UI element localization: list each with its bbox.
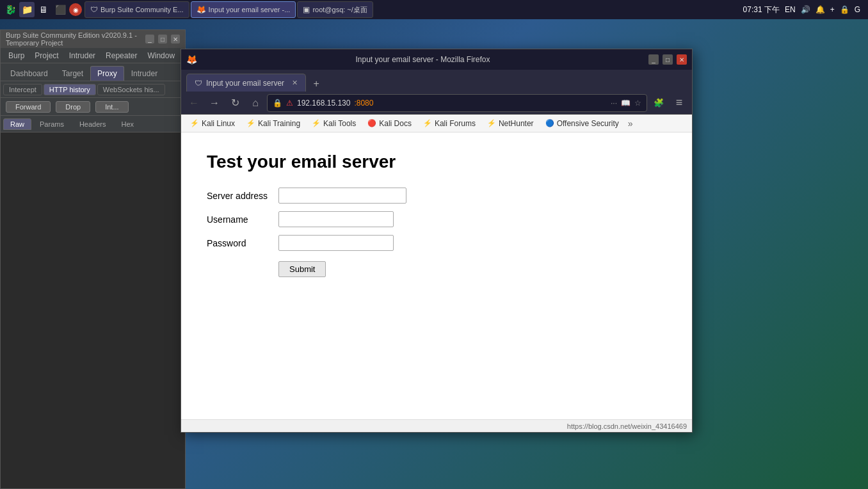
notification-icon[interactable]: 🔔 [816,5,825,14]
kali-menu-icon[interactable]: 🐉 [3,2,18,17]
content-tab-raw[interactable]: Raw [3,118,31,130]
server-address-row: Server address [207,188,666,204]
menu-burp[interactable]: Burp [3,50,29,61]
bookmark-kali-forums-label: Kali Forums [435,119,476,128]
burp-icon: 🛡 [90,5,98,14]
burp-maximize-btn[interactable]: □ [158,35,167,44]
extensions-button[interactable]: 🧩 [650,94,668,112]
firefox-navbar: ← → ↻ ⌂ 🔒 ⚠ 192.168.15.130:8080 ··· 📖 ☆ … [181,92,692,115]
bookmark-offensive-security-label: Offensive Security [557,119,619,128]
terminal-app-label: root@gsq: ~/桌面 [312,5,367,15]
taskbar-app-terminal[interactable]: ▣ root@gsq: ~/桌面 [297,1,373,18]
tab-dashboard[interactable]: Dashboard [3,66,55,81]
firefox-minimize-btn[interactable]: _ [648,54,659,65]
tab-intruder[interactable]: Intruder [124,66,165,81]
content-tab-headers[interactable]: Headers [72,118,113,130]
content-tab-hex[interactable]: Hex [115,118,141,130]
content-tab-params[interactable]: Params [33,118,71,130]
drop-button[interactable]: Drop [56,101,90,113]
burp-title: Burp Suite Community Edition v2020.9.1 -… [6,31,145,47]
burp-window: Burp Suite Community Edition v2020.9.1 -… [0,29,186,489]
nethunter-icon: ⚡ [487,119,496,127]
server-address-input[interactable] [278,188,406,204]
tab-close-icon[interactable]: ✕ [292,79,298,87]
intercept-button[interactable]: Int... [95,101,128,113]
username-input[interactable] [278,211,394,227]
volume-icon[interactable]: 🔊 [801,5,810,14]
firefox-tabs: 🛡 Input your email server ✕ + [181,70,692,92]
menu-window[interactable]: Window [142,50,180,61]
taskbar-app-burp[interactable]: 🛡 Burp Suite Community E... [84,1,189,18]
bookmark-kali-docs[interactable]: 🔴 Kali Docs [362,118,417,129]
subtab-intercept[interactable]: Intercept [3,84,42,95]
bookmark-star-icon[interactable]: ☆ [634,99,641,108]
bookmark-kali-training-label: Kali Training [258,119,300,128]
firefox-window-controls: _ □ ✕ [648,54,687,65]
burp-content-tabs: Raw Params Headers Hex [1,116,185,132]
menu-intruder[interactable]: Intruder [64,50,100,61]
kali-tools-icon: ⚡ [312,119,321,127]
bookmark-nethunter[interactable]: ⚡ NetHunter [482,118,539,129]
kali-forums-icon: ⚡ [423,119,432,127]
subtab-websockets[interactable]: WebSockets his... [97,84,165,95]
kali-training-icon: ⚡ [246,119,255,127]
burp-minimize-btn[interactable]: _ [145,35,154,44]
menu-repeater[interactable]: Repeater [100,50,142,61]
forward-nav-button[interactable]: → [205,94,223,112]
statusbar-url: https://blog.csdn.net/weixin_43416469 [567,422,687,430]
taskbar-icon-2[interactable]: 🖥 [36,2,51,17]
menu-project[interactable]: Project [29,50,63,61]
lock-icon: 🔒 [840,5,849,14]
reload-button[interactable]: ↻ [226,94,244,112]
password-row: Password [207,235,666,251]
security-icon: 🔒 [273,99,282,108]
taskbar-icon-4[interactable]: ◉ [69,3,82,16]
burp-proxy-subtabs: Intercept HTTP history WebSockets his... [1,81,185,98]
network-icon[interactable]: + [830,5,835,14]
firefox-maximize-btn[interactable]: □ [663,54,673,65]
tab-proxy[interactable]: Proxy [90,66,124,81]
subtab-http-history[interactable]: HTTP history [44,84,96,95]
back-button[interactable]: ← [185,94,203,112]
taskbar-icon-1[interactable]: 📁 [19,2,35,17]
url-port: :8080 [354,99,373,108]
taskbar-icon-3[interactable]: ⬛ [52,2,68,17]
bookmark-offensive-security[interactable]: 🔵 Offensive Security [540,118,624,129]
taskbar-app-firefox[interactable]: 🦊 Input your email server -... [191,1,296,18]
url-bar[interactable]: 🔒 ⚠ 192.168.15.130:8080 ··· 📖 ☆ [267,94,647,112]
password-label: Password [207,238,271,248]
bookmark-kali-tools-label: Kali Tools [323,119,356,128]
firefox-close-btn[interactable]: ✕ [677,54,687,65]
reader-icon[interactable]: 📖 [621,99,631,108]
bookmark-kali-docs-label: Kali Docs [379,119,412,128]
firefox-tab-email[interactable]: 🛡 Input your email server ✕ [186,74,306,92]
bookmark-kali-forums[interactable]: ⚡ Kali Forums [418,118,481,129]
bookmark-nethunter-label: NetHunter [499,119,534,128]
bookmark-kali-tools[interactable]: ⚡ Kali Tools [307,118,361,129]
bookmarks-bar: ⚡ Kali Linux ⚡ Kali Training ⚡ Kali Tool… [181,115,692,132]
forward-button[interactable]: Forward [6,101,51,113]
server-address-label: Server address [207,191,271,201]
burp-window-controls: _ □ ✕ [145,35,180,44]
url-ellipsis: ··· [611,99,617,108]
firefox-titlebar: 🦊 Input your email server - Mozilla Fire… [181,49,692,70]
firefox-menu-button[interactable]: ≡ [670,94,688,112]
bookmarks-more-button[interactable]: » [625,117,636,130]
firefox-app-icon: 🦊 [186,54,197,65]
home-button[interactable]: ⌂ [246,94,264,112]
burp-titlebar: Burp Suite Community Edition v2020.9.1 -… [1,30,185,48]
bookmark-kali-training[interactable]: ⚡ Kali Training [241,118,305,129]
taskbar-apps: 🛡 Burp Suite Community E... 🦊 Input your… [84,1,373,18]
new-tab-button[interactable]: + [309,76,324,92]
search-icon[interactable]: G [855,5,860,14]
burp-close-btn[interactable]: ✕ [171,35,180,44]
bookmark-kali-linux[interactable]: ⚡ Kali Linux [185,118,240,129]
burp-toolbar: Forward Drop Int... [1,98,185,116]
taskbar: 🐉 📁 🖥 ⬛ ◉ 🛡 Burp Suite Community E... 🦊 … [0,0,868,19]
password-input[interactable] [278,235,394,251]
kali-linux-icon: ⚡ [190,119,199,127]
submit-button[interactable]: Submit [278,261,326,277]
submit-row: Submit [207,259,666,277]
tab-target[interactable]: Target [55,66,90,81]
username-label: Username [207,214,271,225]
